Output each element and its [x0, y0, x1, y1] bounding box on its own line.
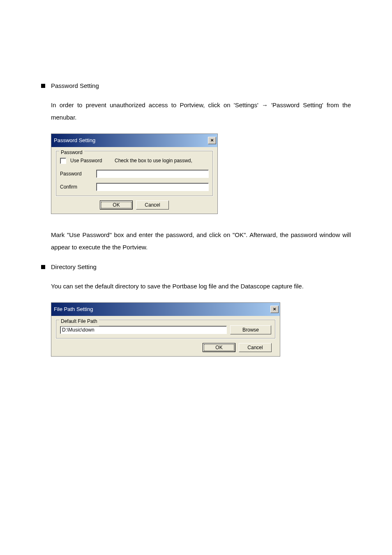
- confirm-field-label: Confirm: [60, 182, 92, 192]
- password-setting-dialog: Password Setting ✕ Password Use Password…: [51, 134, 218, 214]
- default-file-path-groupbox: Default File Path Browse: [55, 319, 276, 339]
- confirm-input[interactable]: [96, 183, 209, 191]
- browse-button[interactable]: Browse: [230, 325, 271, 334]
- cancel-button[interactable]: Cancel: [136, 200, 169, 210]
- close-icon: ✕: [273, 307, 276, 311]
- dialog-title: File Path Setting: [54, 304, 93, 315]
- close-button[interactable]: ✕: [270, 306, 279, 313]
- ok-button[interactable]: OK: [203, 343, 235, 352]
- file-path-input[interactable]: [60, 326, 227, 334]
- group-legend: Password: [59, 147, 84, 157]
- arrow-icon: →: [262, 101, 268, 108]
- close-button[interactable]: ✕: [208, 137, 216, 144]
- password-field-label: Password: [60, 169, 92, 179]
- section-heading-password: Password Setting: [51, 82, 99, 89]
- password-input[interactable]: [96, 170, 209, 178]
- ok-button[interactable]: OK: [100, 200, 133, 210]
- close-icon: ✕: [210, 138, 214, 143]
- bullet-icon: [41, 84, 45, 88]
- use-password-checkbox[interactable]: [60, 158, 66, 164]
- cancel-button[interactable]: Cancel: [239, 343, 272, 352]
- section-heading-directory: Directory Setting: [51, 263, 97, 270]
- titlebar: Password Setting ✕: [51, 134, 217, 147]
- password-groupbox: Password Use Password Check the box to u…: [55, 150, 213, 196]
- text-fragment: In order to prevent unauthorized access …: [51, 101, 262, 108]
- titlebar: File Path Setting ✕: [51, 303, 280, 316]
- group-legend: Default File Path: [59, 316, 99, 326]
- dialog-title: Password Setting: [54, 135, 95, 146]
- use-password-hint: Check the box to use login passwd,: [115, 158, 209, 164]
- file-path-setting-dialog: File Path Setting ✕ Default File Path Br…: [51, 302, 280, 357]
- password-setting-description: In order to prevent unauthorized access …: [41, 99, 351, 124]
- bullet-icon: [41, 265, 45, 269]
- directory-setting-description: You can set the default directory to sav…: [41, 280, 351, 292]
- password-setting-followup: Mark "Use Password" box and enter the pa…: [41, 229, 351, 253]
